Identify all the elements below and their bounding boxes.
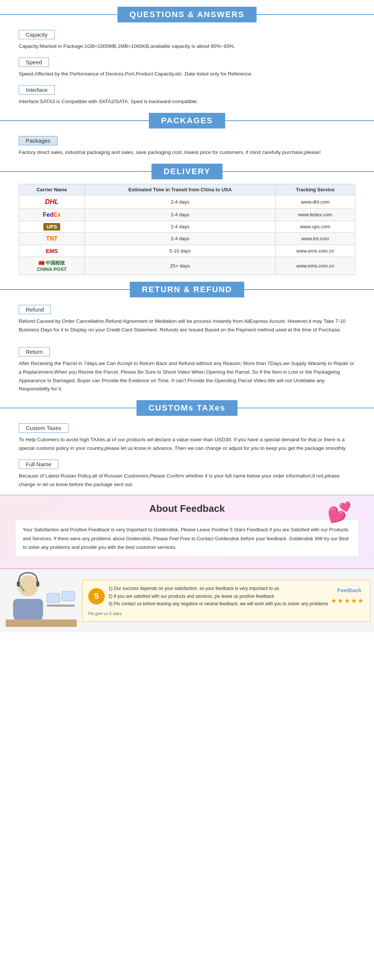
robot-figure — [4, 573, 78, 629]
svg-rect-3 — [17, 581, 20, 587]
feedback-info-box: 5 1) Our success depends on your satisfa… — [82, 580, 370, 622]
customs-title: CUSTOMs TAXes — [136, 400, 238, 416]
return-refund-section: RETURN & REFUND Refund Refund Caused by … — [0, 282, 374, 394]
table-row: DHL 2-4 days www.dhl.com — [19, 195, 355, 208]
qa-section: QUESTIONS & ANSWERS Capacity Capacity:Ma… — [0, 7, 374, 106]
carrier-chinapost: 🇨🇳 中国邮政CHINA POST — [19, 257, 85, 275]
carrier-ups: UPS — [19, 221, 85, 232]
table-row: EMS 5-10 days www.ems.com.cn — [19, 245, 355, 257]
feedback-points: 1) Our success depends on your satisfact… — [109, 585, 328, 608]
qa-header: QUESTIONS & ANSWERS — [0, 7, 374, 22]
chinapost-time: 25+ days — [85, 257, 275, 275]
packages-title: PACKAGES — [149, 113, 225, 129]
col-carrier: Carrier Name — [19, 184, 85, 195]
full-name-label: Full Name — [19, 460, 58, 469]
ups-tracking: www.ups.com — [275, 221, 355, 232]
svg-rect-2 — [13, 599, 43, 617]
full-name-text: Because of Latest Rusian Policy,all of R… — [19, 472, 355, 489]
ups-time: 2-4 days — [85, 221, 275, 232]
feedback-point-1: 1) Our success depends on your satisfact… — [109, 585, 328, 592]
delivery-header: DELIVERY — [0, 164, 374, 179]
tnt-tracking: www.tnt.com — [275, 232, 355, 245]
feedback-section: About Feedback 💕 Your Satisfaction and P… — [0, 495, 374, 569]
carrier-ems: EMS — [19, 245, 85, 257]
carrier-fedex: FedEx — [19, 208, 85, 221]
ems-tracking: www.ems.com.cn — [275, 245, 355, 257]
carrier-dhl: DHL — [19, 195, 85, 208]
bottom-feedback-bar: 5 1) Our success depends on your satisfa… — [0, 569, 374, 633]
star-badge: 5 — [88, 588, 105, 605]
star-number: 5 — [94, 589, 99, 603]
dhl-time: 2-4 days — [85, 195, 275, 208]
feedback-title: About Feedback — [15, 503, 359, 514]
packages-section: PACKAGES Packages Factory direct sales, … — [0, 113, 374, 157]
speed-label: Speed — [19, 57, 49, 67]
custom-taxes-text: To Help Cutomers to avoid high TAXes,al … — [19, 436, 355, 453]
table-row: FedEx 2-4 days www.fedex.com — [19, 208, 355, 221]
ems-time: 5-10 days — [85, 245, 275, 257]
feedback-link[interactable]: Feedback — [337, 586, 362, 595]
customs-header: CUSTOMs TAXes — [0, 400, 374, 416]
interface-label: Interface — [19, 85, 54, 94]
svg-rect-8 — [47, 605, 75, 607]
dhl-tracking: www.dhl.com — [275, 195, 355, 208]
table-row: UPS 2-4 days www.ups.com — [19, 221, 355, 232]
refund-label: Refund — [19, 305, 51, 314]
table-row: TNT 2-4 days www.tnt.com — [19, 232, 355, 245]
feedback-point-2: 2) If you are satisfied with our product… — [109, 593, 328, 600]
robot-svg — [6, 571, 77, 627]
svg-rect-7 — [62, 592, 75, 601]
svg-rect-6 — [47, 593, 60, 603]
return-text: After Receiving the Parcel in 7days,we C… — [19, 360, 355, 394]
pls-text: Pls give us 5 stars — [88, 610, 364, 617]
packages-header: PACKAGES — [0, 113, 374, 129]
fedex-tracking: www.fedex.com — [275, 208, 355, 221]
feedback-box-header: 5 1) Our success depends on your satisfa… — [88, 585, 364, 608]
table-row: 🇨🇳 中国邮政CHINA POST 25+ days www.ems.com.c… — [19, 257, 355, 275]
capacity-text: Capacity:Marked in Package:1GB=1000MB,1M… — [19, 42, 355, 51]
speed-text: Speed:Affected by the Performance of Dev… — [19, 70, 355, 78]
star-row: ★★★★★ — [331, 595, 364, 607]
customs-section: CUSTOMs TAXes Custom Taxes To Help Cutom… — [0, 400, 374, 489]
qa-title: QUESTIONS & ANSWERS — [117, 7, 256, 22]
svg-rect-4 — [36, 581, 39, 587]
feedback-body-text: Your Satisfaction and Positive Feedback … — [15, 520, 359, 557]
capacity-label: Capacity — [19, 30, 54, 39]
feedback-point-3: 3) Pls contact us before leaving any neg… — [109, 600, 328, 608]
return-refund-header: RETURN & REFUND — [0, 282, 374, 298]
delivery-section: DELIVERY Carrier Name Estimated Time in … — [0, 164, 374, 275]
svg-rect-9 — [6, 619, 77, 627]
return-refund-title: RETURN & REFUND — [130, 282, 244, 298]
packages-label: Packages — [19, 136, 58, 145]
delivery-title: DELIVERY — [152, 164, 222, 179]
fedex-time: 2-4 days — [85, 208, 275, 221]
col-time: Estimated Time in Transit from China to … — [85, 184, 275, 195]
delivery-table: Carrier Name Estimated Time in Transit f… — [19, 184, 355, 275]
carrier-tnt: TNT — [19, 232, 85, 245]
refund-text: Refund Caused by Order Cancellation,Refu… — [19, 317, 355, 334]
col-tracking: Tracking Service — [275, 184, 355, 195]
chinapost-tracking: www.ems.com.cn — [275, 257, 355, 275]
tnt-time: 2-4 days — [85, 232, 275, 245]
packages-text: Factory direct sales, industrial packagi… — [19, 148, 355, 157]
interface-text: Interface:SATA3 is Compatible with SATA2… — [19, 97, 355, 106]
custom-taxes-label: Custom Taxes — [19, 423, 69, 433]
return-label: Return — [19, 347, 50, 356]
feedback-hearts: 💕 — [327, 501, 352, 524]
